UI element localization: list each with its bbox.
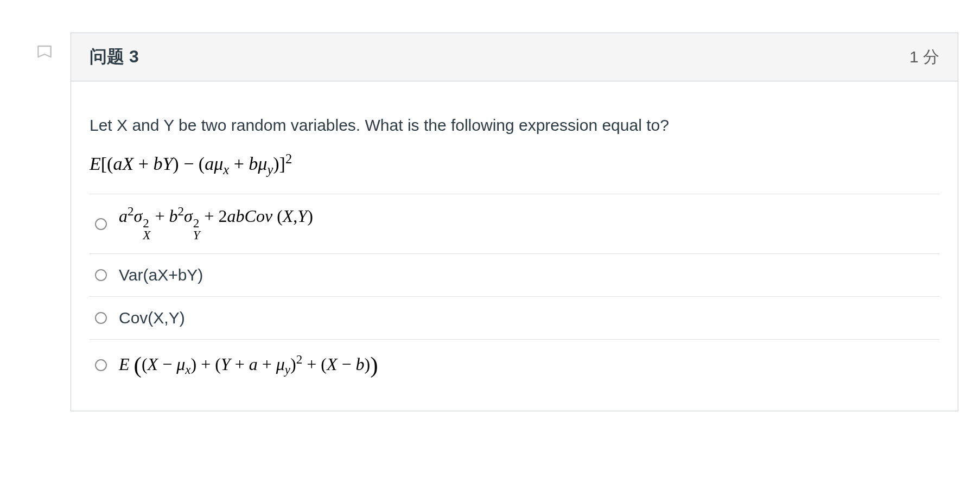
question-card: 问题 3 1 分 Let X and Y be two random varia… (71, 33, 958, 411)
radio-icon[interactable] (95, 218, 107, 230)
radio-icon[interactable] (95, 269, 107, 281)
question-points: 1 分 (909, 46, 939, 68)
answer-option[interactable]: E ((X − μx) + (Y + a + μy)2 + (X − b)) (90, 340, 939, 384)
radio-icon[interactable] (95, 359, 107, 371)
answer-option[interactable]: a2σ2X + b2σ2Y + 2abCov (X,Y) (90, 194, 939, 254)
status-icon-column (22, 33, 71, 66)
answer-label: E ((X − μx) + (Y + a + μy)2 + (X − b)) (119, 352, 378, 378)
radio-icon[interactable] (95, 312, 107, 324)
question-header: 问题 3 1 分 (71, 33, 958, 81)
question-body: Let X and Y be two random variables. Wha… (71, 81, 958, 411)
flag-outline-icon[interactable] (33, 42, 56, 66)
page: 问题 3 1 分 Let X and Y be two random varia… (0, 0, 980, 444)
answer-label: Cov(X,Y) (119, 309, 185, 327)
question-expression: E[(aX + bY) − (aμx + bμy)]2 (90, 150, 939, 177)
question-prompt: Let X and Y be two random variables. Wha… (90, 114, 939, 137)
answer-option[interactable]: Var(aX+bY) (90, 254, 939, 297)
answer-label: Var(aX+bY) (119, 266, 203, 284)
answer-option[interactable]: Cov(X,Y) (90, 297, 939, 340)
answer-label: a2σ2X + b2σ2Y + 2abCov (X,Y) (119, 206, 313, 241)
question-wrapper: 问题 3 1 分 Let X and Y be two random varia… (22, 33, 958, 411)
question-title: 问题 3 (90, 45, 139, 69)
answers-list: a2σ2X + b2σ2Y + 2abCov (X,Y) Var(aX+bY) … (90, 194, 939, 384)
